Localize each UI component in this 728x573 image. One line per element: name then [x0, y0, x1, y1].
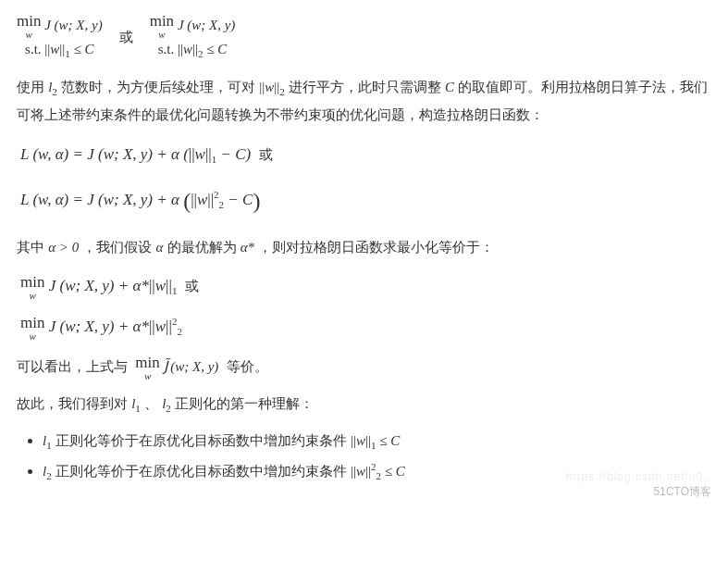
sub-w: w — [26, 30, 32, 40]
lagrangian-l2: L (w, α) = J (w; X, y) + α (||w||22 − C) — [20, 181, 711, 223]
min-l2: minw J (w; X, y) + α*||w||22 — [20, 312, 711, 342]
right-opt-block: minw J (w; X, y) s.t. ||w||2 ≤ C — [150, 13, 236, 61]
top-constraint-equations: minw J (w; X, y) s.t. ||w||1 ≤ C 或 minw … — [17, 13, 711, 61]
left-opt-block: minw J (w; X, y) s.t. ||w||1 ≤ C — [17, 13, 103, 61]
watermark-text: 51CTO博客 — [654, 481, 711, 503]
lagrangian-l1: L (w, α) = J (w; X, y) + α (||w||1 − C) … — [20, 140, 711, 169]
or-separator: 或 — [119, 24, 133, 51]
list-item: l1 正则化等价于在原优化目标函数中增加约束条件 ||w||1 ≤ C — [43, 428, 711, 455]
min-l1: minw J (w; X, y) + α*||w||1 或 — [20, 271, 711, 301]
paragraph-4: 故此，我们得到对 l1 、 l2 正则化的第一种理解： — [17, 391, 711, 418]
paragraph-2: 其中 α > 0 ，我们假设 α 的最优解为 α* ，则对拉格朗日函数求最小化等… — [17, 234, 711, 261]
paragraph-3: 可以看出，上式与 minw J̃ (w; X, y) 等价。 — [17, 354, 711, 381]
paragraph-1: 使用 l2 范数时，为方便后续处理，可对 ||w||2 进行平方，此时只需调整 … — [17, 74, 711, 128]
sub-w: w — [158, 30, 165, 40]
